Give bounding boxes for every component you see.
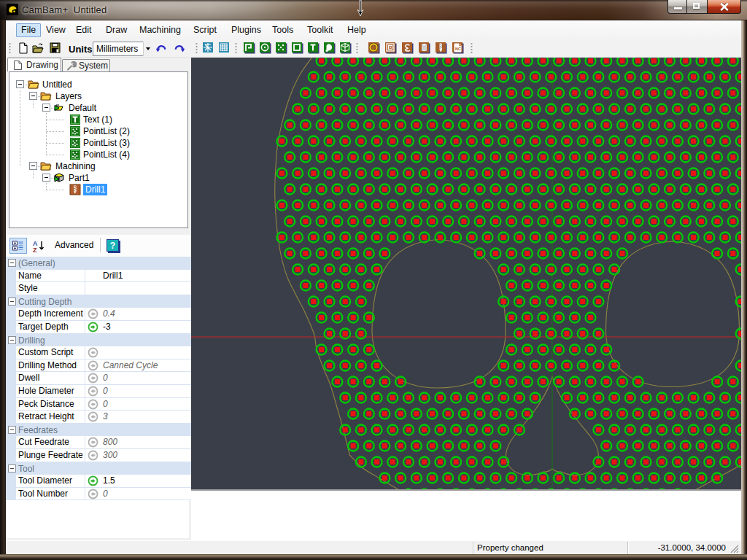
svg-text:Z: Z [33, 246, 37, 253]
svg-text:NC: NC [455, 47, 461, 51]
